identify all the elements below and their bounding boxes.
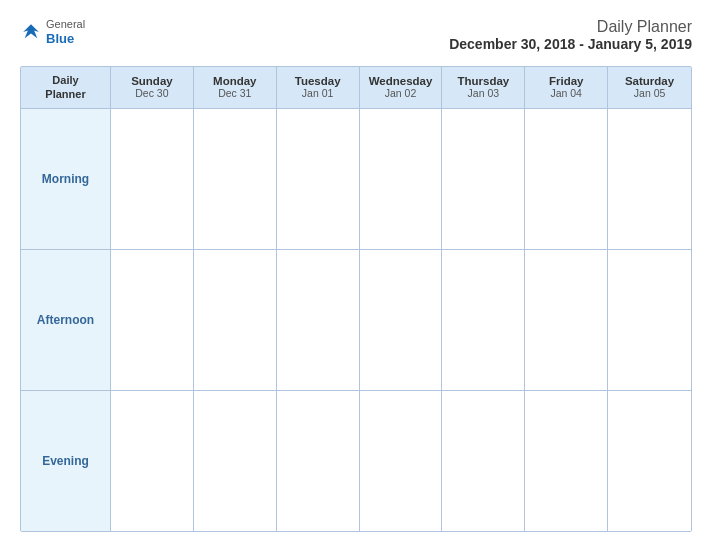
day-name-0: Sunday — [131, 75, 173, 87]
afternoon-label: Afternoon — [37, 313, 94, 327]
logo-text: General Blue — [46, 18, 85, 47]
morning-cell-fri[interactable] — [525, 109, 608, 249]
header-day-6: Saturday Jan 05 — [608, 67, 691, 108]
header-day-2: Tuesday Jan 01 — [277, 67, 360, 108]
evening-row: Evening — [21, 391, 691, 531]
morning-label-cell: Morning — [21, 109, 111, 249]
evening-cell-sun[interactable] — [111, 391, 194, 531]
evening-cell-wed[interactable] — [360, 391, 443, 531]
header-day-1: Monday Dec 31 — [194, 67, 277, 108]
header-day-4: Thursday Jan 03 — [442, 67, 525, 108]
afternoon-cell-sun[interactable] — [111, 250, 194, 390]
header: General Blue Daily Planner December 30, … — [20, 18, 692, 52]
day-date-1: Dec 31 — [218, 87, 251, 99]
evening-cell-sat[interactable] — [608, 391, 691, 531]
morning-cell-sun[interactable] — [111, 109, 194, 249]
day-date-2: Jan 01 — [302, 87, 334, 99]
header-day-5: Friday Jan 04 — [525, 67, 608, 108]
day-name-3: Wednesday — [369, 75, 433, 87]
header-label-line2: Planner — [45, 87, 85, 101]
generalblue-icon — [20, 21, 42, 43]
morning-cell-thu[interactable] — [442, 109, 525, 249]
day-name-6: Saturday — [625, 75, 674, 87]
header-day-0: Sunday Dec 30 — [111, 67, 194, 108]
day-date-0: Dec 30 — [135, 87, 168, 99]
header-day-3: Wednesday Jan 02 — [360, 67, 443, 108]
logo-general: General — [46, 18, 85, 31]
planner-page: General Blue Daily Planner December 30, … — [0, 0, 712, 550]
afternoon-row: Afternoon — [21, 250, 691, 391]
header-label-cell: Daily Planner — [21, 67, 111, 108]
evening-cell-fri[interactable] — [525, 391, 608, 531]
calendar-header-row: Daily Planner Sunday Dec 30 Monday Dec 3… — [21, 67, 691, 109]
day-date-3: Jan 02 — [385, 87, 417, 99]
evening-cell-mon[interactable] — [194, 391, 277, 531]
afternoon-cell-tue[interactable] — [277, 250, 360, 390]
afternoon-cell-thu[interactable] — [442, 250, 525, 390]
evening-label-cell: Evening — [21, 391, 111, 531]
morning-label: Morning — [42, 172, 89, 186]
morning-cell-mon[interactable] — [194, 109, 277, 249]
planner-date-range: December 30, 2018 - January 5, 2019 — [449, 36, 692, 52]
planner-title: Daily Planner — [449, 18, 692, 36]
evening-label: Evening — [42, 454, 89, 468]
afternoon-label-cell: Afternoon — [21, 250, 111, 390]
afternoon-cell-sat[interactable] — [608, 250, 691, 390]
day-date-5: Jan 04 — [550, 87, 582, 99]
logo: General Blue — [20, 18, 85, 47]
day-name-4: Thursday — [457, 75, 509, 87]
afternoon-cell-wed[interactable] — [360, 250, 443, 390]
day-name-2: Tuesday — [295, 75, 341, 87]
svg-marker-0 — [23, 25, 39, 39]
header-label-line1: Daily — [52, 73, 78, 87]
calendar-body: Morning Afternoon — [21, 109, 691, 531]
morning-cell-sat[interactable] — [608, 109, 691, 249]
morning-cell-tue[interactable] — [277, 109, 360, 249]
afternoon-cell-mon[interactable] — [194, 250, 277, 390]
logo-blue: Blue — [46, 31, 85, 47]
afternoon-cell-fri[interactable] — [525, 250, 608, 390]
evening-cell-tue[interactable] — [277, 391, 360, 531]
title-block: Daily Planner December 30, 2018 - Januar… — [449, 18, 692, 52]
day-name-1: Monday — [213, 75, 256, 87]
day-date-4: Jan 03 — [468, 87, 500, 99]
calendar: Daily Planner Sunday Dec 30 Monday Dec 3… — [20, 66, 692, 532]
evening-cell-thu[interactable] — [442, 391, 525, 531]
morning-cell-wed[interactable] — [360, 109, 443, 249]
morning-row: Morning — [21, 109, 691, 250]
day-name-5: Friday — [549, 75, 584, 87]
day-date-6: Jan 05 — [634, 87, 666, 99]
